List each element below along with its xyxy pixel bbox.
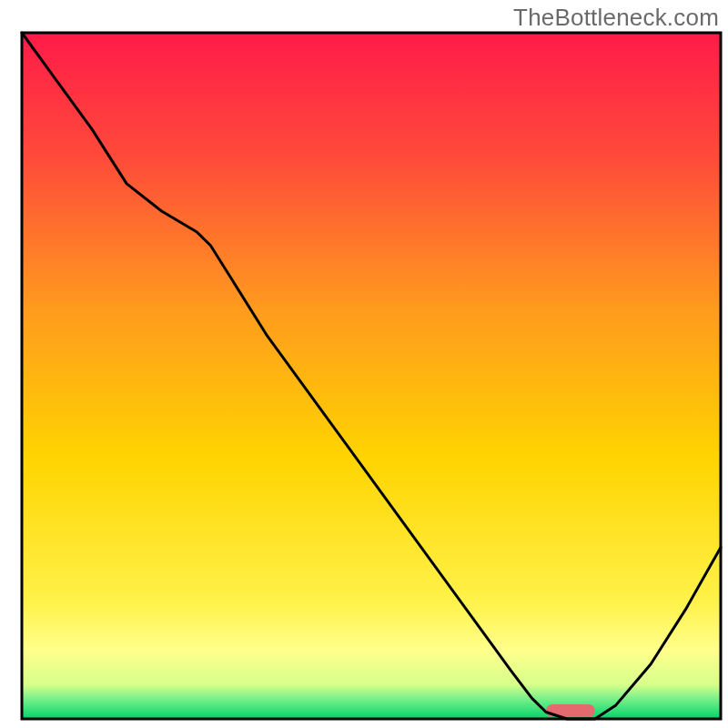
gradient-background bbox=[22, 33, 721, 719]
chart-stage: TheBottleneck.com bbox=[0, 0, 728, 728]
watermark-text: TheBottleneck.com bbox=[513, 4, 719, 32]
bottleneck-chart bbox=[0, 0, 728, 728]
